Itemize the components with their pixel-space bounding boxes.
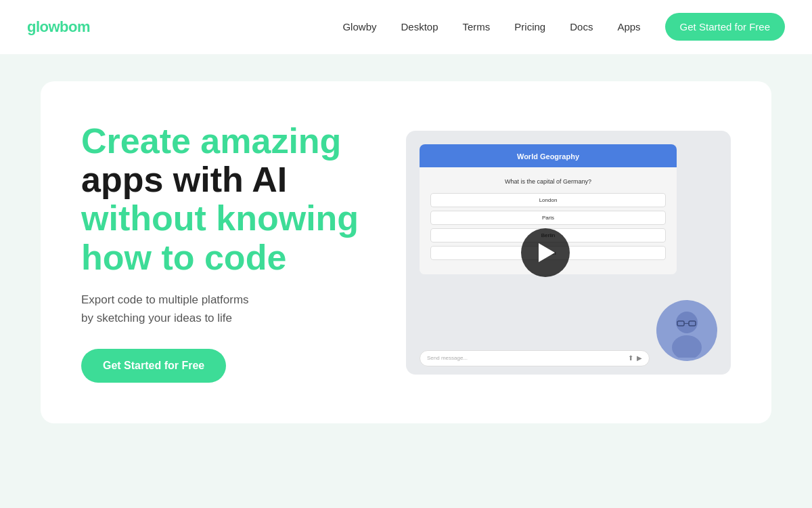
hero-heading-line4: how to code <box>81 238 286 277</box>
avatar <box>656 300 717 361</box>
send-icon[interactable]: ▶ <box>637 354 642 362</box>
navbar: glowbom Glowby Desktop Terms Pricing Doc… <box>0 0 812 54</box>
quiz-question: What is the capital of Germany? <box>430 178 666 185</box>
hero-heading-line2: apps with AI <box>81 160 287 199</box>
quiz-header: World Geography <box>420 144 677 167</box>
nav-pricing[interactable]: Pricing <box>514 21 545 33</box>
message-action-icons: ⬆ ▶ <box>628 354 642 362</box>
hero-section: Create amazing apps with AI without know… <box>0 54 812 450</box>
nav-desktop[interactable]: Desktop <box>401 21 438 33</box>
hero-heading: Create amazing apps with AI without know… <box>81 122 365 277</box>
nav-links: Glowby Desktop Terms Pricing Docs Apps G… <box>342 21 785 33</box>
hero-subtitle: Export code to multiple platforms by ske… <box>81 291 365 327</box>
play-icon <box>539 243 555 262</box>
nav-cta-button[interactable]: Get Started for Free <box>665 13 785 41</box>
nav-terms[interactable]: Terms <box>463 21 491 33</box>
nav-apps[interactable]: Apps <box>617 21 640 33</box>
hero-card: Create amazing apps with AI without know… <box>41 81 771 423</box>
message-placeholder: Send message... <box>427 355 628 361</box>
hero-preview-panel: World Geography What is the capital of G… <box>406 131 731 375</box>
nav-docs[interactable]: Docs <box>570 21 593 33</box>
quiz-title: World Geography <box>517 152 579 161</box>
avatar-image <box>660 303 714 358</box>
nav-glowby[interactable]: Glowby <box>342 21 376 33</box>
hero-cta-button[interactable]: Get Started for Free <box>81 349 226 383</box>
svg-point-1 <box>672 335 702 358</box>
attach-icon[interactable]: ⬆ <box>628 354 633 362</box>
svg-point-0 <box>676 312 698 333</box>
brand-logo[interactable]: glowbom <box>27 18 90 36</box>
hero-heading-line3: without knowing <box>81 198 359 238</box>
message-bar[interactable]: Send message... ⬆ ▶ <box>420 350 650 366</box>
hero-heading-line1: Create amazing <box>81 121 341 161</box>
video-play-button[interactable] <box>521 228 570 277</box>
quiz-option-1: Paris <box>430 211 666 225</box>
hero-text-block: Create amazing apps with AI without know… <box>81 122 365 383</box>
quiz-option-0: London <box>430 193 666 207</box>
